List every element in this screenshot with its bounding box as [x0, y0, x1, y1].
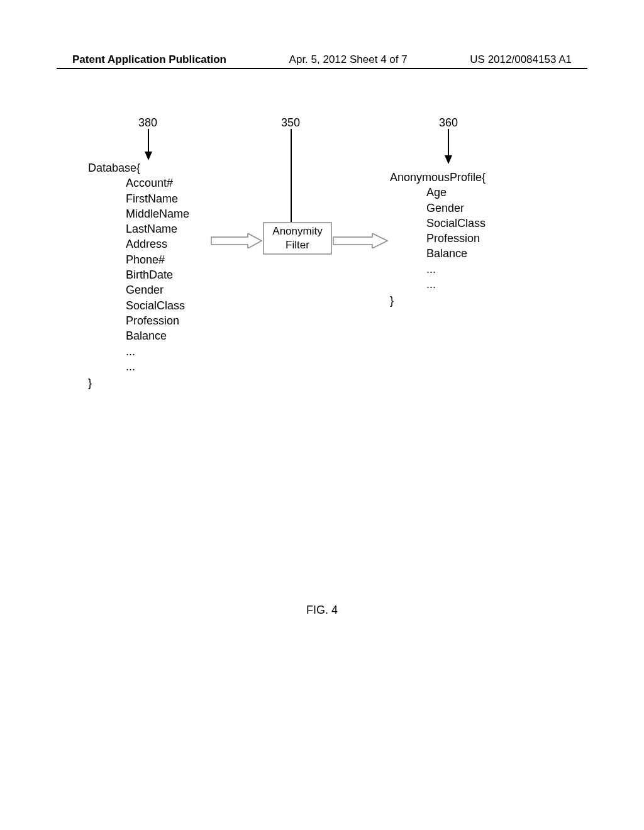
- anonymity-filter-box: Anonymity Filter: [263, 222, 332, 255]
- database-title: Database{: [88, 160, 189, 175]
- database-block: Database{ Account# FirstName MiddleName …: [88, 160, 189, 390]
- ref-380: 380: [138, 116, 157, 130]
- anon-field: Balance: [426, 246, 486, 261]
- anonymous-profile-close-brace: }: [390, 293, 486, 308]
- header-left: Patent Application Publication: [72, 53, 226, 66]
- line-350: [289, 129, 301, 223]
- db-field: Gender: [126, 282, 189, 297]
- arrow-360: [444, 129, 463, 167]
- anon-field: Age: [426, 185, 486, 200]
- anon-field: Gender: [426, 201, 486, 216]
- arrow-db-to-filter: [210, 233, 263, 248]
- arrow-filter-to-anon: [332, 233, 389, 248]
- db-field: MiddleName: [126, 206, 189, 221]
- svg-marker-4: [211, 233, 262, 248]
- svg-marker-0: [145, 152, 152, 160]
- ref-360: 360: [439, 116, 458, 130]
- arrow-380: [142, 129, 160, 163]
- db-field: Balance: [126, 328, 189, 343]
- anon-field: Profession: [426, 231, 486, 246]
- db-field: Address: [126, 236, 189, 252]
- figure-caption: FIG. 4: [0, 604, 644, 617]
- db-field: Phone#: [126, 252, 189, 267]
- svg-marker-3: [445, 155, 452, 164]
- filter-label-line2: Filter: [263, 238, 332, 252]
- db-field: SocialClass: [126, 298, 189, 313]
- db-field: LastName: [126, 221, 189, 236]
- anon-field: SocialClass: [426, 216, 486, 231]
- db-field: ...: [126, 359, 189, 374]
- filter-label-line1: Anonymity: [263, 224, 332, 238]
- ref-350: 350: [281, 116, 300, 130]
- anonymous-profile-block: AnonymousProfile{ Age Gender SocialClass…: [390, 170, 486, 309]
- db-field: BirthDate: [126, 267, 189, 282]
- anon-field: ...: [426, 262, 486, 277]
- anon-field: ...: [426, 277, 486, 292]
- svg-marker-6: [333, 233, 387, 248]
- header-right: US 2012/0084153 A1: [470, 53, 572, 66]
- db-field: ...: [126, 344, 189, 359]
- database-close-brace: }: [88, 375, 189, 390]
- header-center: Apr. 5, 2012 Sheet 4 of 7: [289, 53, 408, 66]
- anonymous-profile-title: AnonymousProfile{: [390, 170, 486, 185]
- db-field: Profession: [126, 313, 189, 328]
- db-field: Account#: [126, 175, 189, 191]
- db-field: FirstName: [126, 191, 189, 206]
- header-divider: [57, 68, 587, 69]
